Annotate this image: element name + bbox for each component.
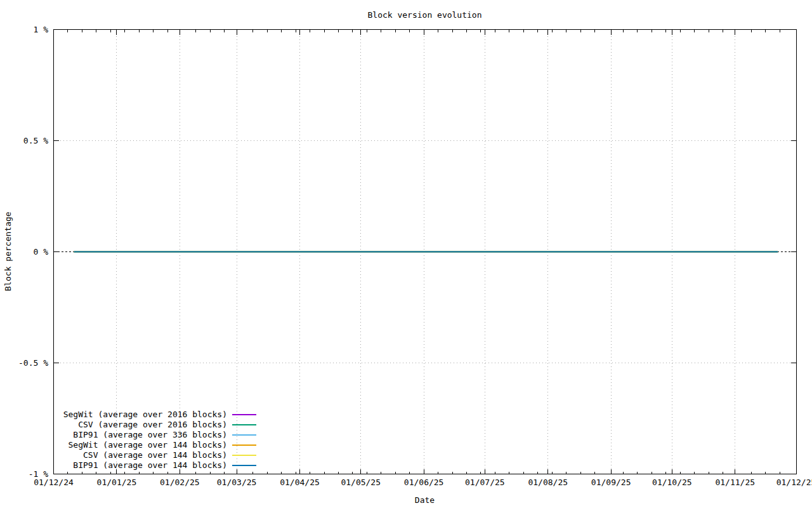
y-tick-label: 0.5 % bbox=[0, 136, 48, 146]
x-tick-label: 01/12/25 bbox=[768, 478, 812, 488]
legend-entry: CSV (average over 144 blocks) bbox=[0, 450, 256, 460]
legend-line-sample bbox=[232, 455, 256, 456]
y-tick-label: 0 % bbox=[0, 247, 48, 257]
x-tick-label: 01/09/25 bbox=[582, 478, 639, 488]
x-tick-label: 01/10/25 bbox=[643, 478, 700, 488]
chart-canvas: Block version evolution Block percentage… bbox=[0, 0, 812, 508]
x-tick-label: 01/08/25 bbox=[520, 478, 577, 488]
legend-line-sample bbox=[232, 444, 256, 446]
legend-entry: BIP91 (average over 144 blocks) bbox=[0, 460, 256, 471]
legend-entry: BIP91 (average over 336 blocks) bbox=[0, 430, 256, 440]
x-tick-label: 01/05/25 bbox=[332, 478, 390, 488]
legend-label: SegWit (average over 2016 blocks) bbox=[63, 410, 227, 420]
legend-label: CSV (average over 2016 blocks) bbox=[78, 420, 227, 430]
x-tick-label: 01/01/25 bbox=[88, 478, 145, 488]
x-tick-label: 01/07/25 bbox=[456, 478, 513, 488]
legend-label: SegWit (average over 144 blocks) bbox=[69, 440, 227, 450]
x-tick-label: 01/06/25 bbox=[395, 478, 452, 488]
x-tick-label: 01/11/25 bbox=[707, 478, 764, 488]
x-tick-label: 01/02/25 bbox=[151, 478, 208, 488]
legend-line-sample bbox=[232, 424, 256, 425]
legend-line-sample bbox=[232, 414, 256, 415]
chart-title: Block version evolution bbox=[53, 10, 796, 20]
y-tick-label: 1 % bbox=[0, 25, 48, 35]
x-tick-label: 01/03/25 bbox=[208, 478, 265, 488]
legend-label: BIP91 (average over 336 blocks) bbox=[73, 430, 227, 440]
legend-label: CSV (average over 144 blocks) bbox=[83, 450, 227, 460]
legend-line-sample bbox=[232, 434, 256, 436]
legend-entry: SegWit (average over 144 blocks) bbox=[0, 440, 256, 450]
legend-entry: CSV (average over 2016 blocks) bbox=[0, 420, 256, 430]
legend-label: BIP91 (average over 144 blocks) bbox=[73, 460, 227, 471]
x-tick-label: 01/04/25 bbox=[272, 478, 329, 488]
y-tick-label: -0.5 % bbox=[0, 358, 48, 368]
legend-entry: SegWit (average over 2016 blocks) bbox=[0, 410, 256, 420]
x-axis-label: Date bbox=[53, 495, 796, 505]
legend-line-sample bbox=[232, 465, 256, 466]
legend: SegWit (average over 2016 blocks) CSV (a… bbox=[0, 410, 256, 471]
